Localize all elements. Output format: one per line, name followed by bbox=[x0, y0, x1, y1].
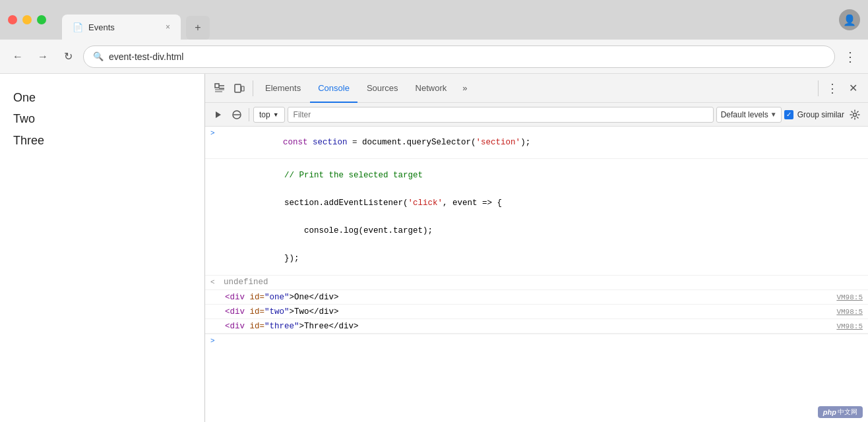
svg-rect-6 bbox=[241, 86, 244, 91]
dom-code-one: <div id="one">One</div> bbox=[225, 293, 836, 302]
context-dropdown-icon: ▼ bbox=[273, 111, 279, 118]
toolbar-separator bbox=[253, 80, 253, 96]
group-similar-label: Group similar bbox=[797, 110, 844, 119]
console-cursor-arrow: > bbox=[210, 337, 215, 345]
user-profile-icon[interactable]: 👤 bbox=[839, 9, 860, 30]
devtools-actions: ⋮ ✕ bbox=[815, 78, 863, 98]
devtools-toolbar: Elements Console Sources Network » ⋮ ✕ bbox=[205, 74, 868, 103]
tab-sources[interactable]: Sources bbox=[359, 74, 406, 103]
page-icon: 📄 bbox=[73, 22, 83, 32]
code-consolelog: console.log(event.target); bbox=[225, 217, 863, 245]
console-command: const section = document.querySelector('… bbox=[224, 129, 863, 156]
tab-network[interactable]: Network bbox=[408, 74, 455, 103]
code-comment: // Print the selected target bbox=[225, 162, 863, 189]
tab-close-button[interactable]: × bbox=[166, 22, 170, 32]
list-item-three: Three bbox=[13, 130, 191, 151]
address-bar[interactable]: 🔍 event-test-div.html bbox=[83, 45, 835, 68]
back-button[interactable]: ← bbox=[8, 47, 28, 67]
console-output-wrapper: > const section = document.querySelector… bbox=[205, 127, 868, 422]
url-text: event-test-div.html bbox=[109, 51, 825, 62]
list-item-two: Two bbox=[13, 108, 191, 129]
page-content: One Two Three bbox=[0, 74, 204, 422]
title-bar: 📄 Events × + 👤 bbox=[0, 0, 868, 40]
log-levels-arrow: ▼ bbox=[770, 111, 777, 118]
list-item-one: One bbox=[13, 87, 191, 108]
php-cn-label: 中文网 bbox=[838, 407, 857, 417]
dom-link-three[interactable]: VM98:5 bbox=[836, 322, 863, 330]
svg-marker-7 bbox=[216, 111, 221, 118]
minimize-traffic-light[interactable] bbox=[22, 15, 32, 24]
console-toolbar: top ▼ Default levels ▼ ✓ Group similar bbox=[205, 103, 868, 127]
context-selector[interactable]: top ▼ bbox=[253, 107, 285, 123]
log-levels-label: Default levels bbox=[721, 110, 768, 119]
tab-console[interactable]: Console bbox=[310, 74, 357, 103]
console-undefined-line: < undefined bbox=[205, 276, 868, 290]
browser-tab[interactable]: 📄 Events × bbox=[62, 15, 181, 40]
dom-link-one[interactable]: VM98:5 bbox=[836, 293, 863, 301]
php-badge: php 中文网 bbox=[818, 406, 863, 418]
dom-code-three: <div id="three">Three</div> bbox=[225, 322, 836, 331]
devtools-panel: Elements Console Sources Network » ⋮ ✕ bbox=[204, 74, 868, 422]
code-closing: }); bbox=[225, 245, 863, 272]
console-toolbar-sep bbox=[249, 108, 249, 121]
actions-separator bbox=[818, 80, 819, 96]
tab-title: Events bbox=[88, 22, 160, 32]
fullscreen-traffic-light[interactable] bbox=[37, 15, 46, 24]
forward-button[interactable]: → bbox=[33, 47, 53, 67]
responsive-mode-button[interactable] bbox=[230, 79, 249, 98]
output-arrow: < bbox=[210, 278, 220, 286]
console-undefined: undefined bbox=[224, 278, 863, 287]
log-levels-selector[interactable]: Default levels ▼ bbox=[716, 107, 782, 123]
devtools-menu-button[interactable]: ⋮ bbox=[824, 78, 841, 98]
new-tab-button[interactable]: + bbox=[186, 16, 210, 40]
more-tabs-button[interactable]: » bbox=[458, 80, 471, 96]
console-settings-button[interactable] bbox=[847, 107, 863, 123]
svg-rect-5 bbox=[235, 84, 241, 92]
search-icon: 🔍 bbox=[93, 51, 104, 61]
run-script-button[interactable] bbox=[210, 107, 226, 123]
php-label: php bbox=[823, 408, 836, 416]
tab-elements[interactable]: Elements bbox=[257, 74, 309, 103]
console-filter-input[interactable] bbox=[288, 107, 714, 123]
browser-menu-button[interactable]: ⋮ bbox=[840, 47, 860, 67]
main-area: One Two Three bbox=[0, 74, 868, 422]
dom-line-two: <div id="two">Two</div> VM98:5 bbox=[205, 305, 868, 319]
devtools-close-button[interactable]: ✕ bbox=[844, 79, 863, 97]
group-similar-checkbox[interactable]: ✓ bbox=[784, 110, 793, 119]
console-output: > const section = document.querySelector… bbox=[205, 127, 868, 422]
dom-code-two: <div id="two">Two</div> bbox=[225, 307, 836, 316]
nav-bar: ← → ↻ 🔍 event-test-div.html ⋮ bbox=[0, 40, 868, 74]
group-similar-area: ✓ Group similar bbox=[784, 110, 844, 119]
code-addeventlistener: section.addEventListener('click', event … bbox=[225, 189, 863, 217]
close-traffic-light[interactable] bbox=[8, 15, 17, 24]
clear-console-button[interactable] bbox=[229, 107, 245, 123]
svg-rect-0 bbox=[215, 84, 219, 88]
dom-line-one: <div id="one">One</div> VM98:5 bbox=[205, 290, 868, 305]
context-value: top bbox=[259, 110, 270, 119]
dom-link-two[interactable]: VM98:5 bbox=[836, 308, 863, 316]
dom-line-three: <div id="three">Three</div> VM98:5 bbox=[205, 319, 868, 334]
inspect-element-button[interactable] bbox=[210, 79, 229, 98]
svg-point-10 bbox=[853, 113, 857, 116]
input-prompt: > bbox=[210, 129, 220, 137]
code-block: // Print the selected target section.add… bbox=[205, 159, 868, 276]
console-prompt-line[interactable]: > bbox=[205, 334, 868, 347]
console-input-line: > const section = document.querySelector… bbox=[205, 127, 868, 159]
tab-bar: 📄 Events × + bbox=[62, 0, 210, 40]
traffic-lights bbox=[8, 15, 46, 24]
reload-button[interactable]: ↻ bbox=[58, 47, 78, 67]
